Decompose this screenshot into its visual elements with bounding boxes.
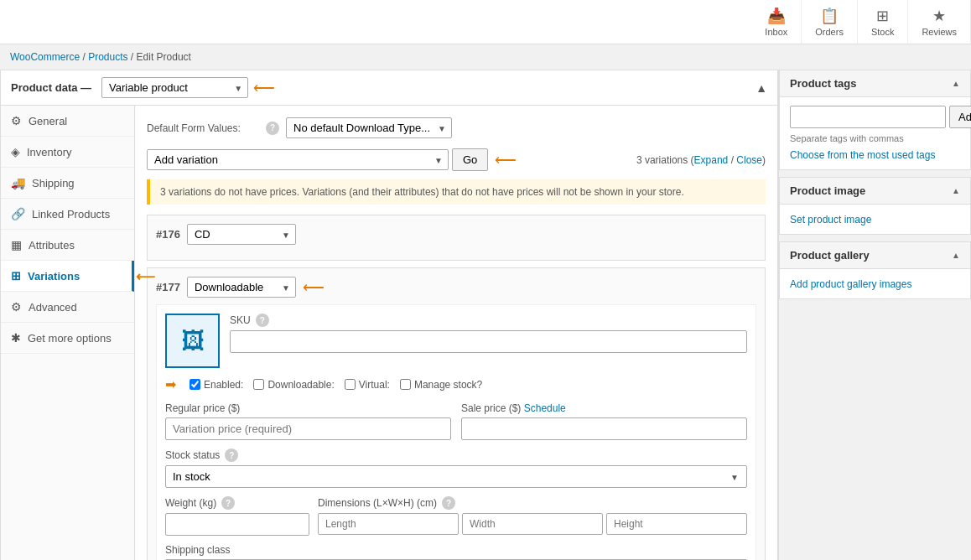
reviews-icon: ★ <box>932 7 946 25</box>
variation-176-type-wrapper: CD DVD Vinyl <box>187 224 296 245</box>
enabled-checkbox[interactable] <box>190 379 200 390</box>
enabled-checkbox-item[interactable]: Enabled: <box>190 379 243 391</box>
tag-input[interactable] <box>790 106 946 128</box>
sidebar-tab-inventory[interactable]: ◈ Inventory <box>1 137 134 168</box>
product-tags-section: Product tags ▲ Add Separate tags with co… <box>779 70 971 170</box>
sku-input[interactable] <box>230 330 747 353</box>
variation-177-image-row: 🖼 SKU ? <box>165 314 747 368</box>
default-form-help[interactable]: ? <box>266 122 279 135</box>
sale-price-input[interactable] <box>461 417 747 440</box>
regular-price-label: Regular price ($) <box>165 402 451 414</box>
tag-add-button[interactable]: Add <box>949 106 971 128</box>
go-button[interactable]: Go <box>452 148 488 171</box>
variation-177-content: 🖼 SKU ? ➡ <box>156 304 756 560</box>
length-input[interactable] <box>318 513 459 535</box>
default-form-select[interactable]: No default Download Type... <box>286 117 452 138</box>
sidebar-tab-variations[interactable]: ⊞ Variations ⟵ <box>1 261 134 292</box>
variation-177-image[interactable]: 🖼 <box>165 314 220 368</box>
sidebar-tab-general-label: General <box>29 115 67 127</box>
checkboxes-row: ➡ Enabled: Downloadable: V <box>165 376 747 392</box>
choose-tags-link[interactable]: Choose from the most used tags <box>790 149 935 161</box>
sidebar-tab-shipping[interactable]: 🚚 Shipping <box>1 168 134 199</box>
advanced-icon: ⚙ <box>11 300 22 314</box>
sidebar-tab-attributes[interactable]: ▦ Attributes <box>1 230 134 261</box>
go-button-arrow: ⟵ <box>495 151 517 169</box>
sku-help[interactable]: ? <box>256 314 269 327</box>
schedule-link[interactable]: Schedule <box>524 402 566 414</box>
sidebar-tab-inventory-label: Inventory <box>27 146 71 158</box>
variation-176-type-select[interactable]: CD DVD Vinyl <box>187 224 296 245</box>
sidebar-tab-linked-label: Linked Products <box>32 208 110 220</box>
dimensions-label: Dimensions (L×W×H) (cm) ? <box>318 496 747 510</box>
virtual-checkbox[interactable] <box>345 379 356 390</box>
product-type-select[interactable]: Variable product Simple product Grouped … <box>101 77 248 98</box>
manage-stock-checkbox-item[interactable]: Manage stock? <box>400 379 482 391</box>
close-link[interactable]: Close <box>736 154 762 166</box>
shipping-class-row: Shipping class No shipping class <box>165 544 747 560</box>
right-sidebar: Product tags ▲ Add Separate tags with co… <box>778 70 971 560</box>
sidebar-tab-get-more[interactable]: ✱ Get more options <box>1 323 134 354</box>
weight-help[interactable]: ? <box>221 496 235 510</box>
general-icon: ⚙ <box>11 114 22 127</box>
product-gallery-header[interactable]: Product gallery ▲ <box>780 242 970 269</box>
breadcrumb-woocommerce[interactable]: WooCommerce <box>10 51 80 63</box>
height-input[interactable] <box>606 513 747 535</box>
sidebar-tab-get-more-label: Get more options <box>28 332 112 345</box>
variation-177-num: #177 <box>156 281 180 293</box>
nav-stock-label: Stock <box>871 27 895 37</box>
sku-label: SKU ? <box>230 314 747 327</box>
product-gallery-collapse-icon: ▲ <box>952 251 960 260</box>
variations-notice: 3 variations do not have prices. Variati… <box>147 179 766 205</box>
product-image-section: Product image ▲ Set product image <box>779 177 971 235</box>
sidebar-tab-shipping-label: Shipping <box>32 177 75 189</box>
nav-stock[interactable]: ⊞ Stock <box>858 0 909 44</box>
weight-input[interactable] <box>165 513 309 536</box>
weight-col: Weight (kg) ? <box>165 496 309 536</box>
add-variation-select[interactable]: Add variation <box>147 149 449 170</box>
breadcrumb-current: Edit Product <box>137 51 191 63</box>
top-navigation: 📥 Inbox 📋 Orders ⊞ Stock ★ Reviews <box>0 0 971 44</box>
stock-status-select-wrapper: In stock Out of stock On backorder <box>165 465 747 488</box>
add-variation-select-wrapper: Add variation <box>147 149 449 170</box>
product-image-title: Product image <box>790 184 865 197</box>
attributes-icon: ▦ <box>11 238 22 251</box>
sidebar-tab-variations-label: Variations <box>28 270 80 283</box>
set-product-image-link[interactable]: Set product image <box>790 214 871 226</box>
nav-orders[interactable]: 📋 Orders <box>802 0 858 44</box>
shipping-class-label: Shipping class <box>165 544 747 556</box>
image-placeholder-icon: 🖼 <box>181 327 205 355</box>
sku-area: SKU ? <box>230 314 747 368</box>
sidebar-tabs: ⚙ General ◈ Inventory 🚚 Shipping 🔗 Linke… <box>1 106 135 560</box>
nav-reviews-label: Reviews <box>922 27 957 37</box>
variation-177: #177 Downloadable Physical Virtual ⟵ <box>147 267 766 560</box>
variation-177-type-select[interactable]: Downloadable Physical Virtual <box>187 277 296 298</box>
sidebar-tab-advanced-label: Advanced <box>29 301 77 314</box>
regular-price-input[interactable] <box>165 417 451 440</box>
scroll-up-button[interactable]: ▲ <box>756 81 767 95</box>
expand-link[interactable]: Expand <box>694 154 729 166</box>
product-image-header[interactable]: Product image ▲ <box>780 178 970 205</box>
default-form-label: Default Form Values: <box>147 122 256 134</box>
dimensions-help[interactable]: ? <box>442 496 455 510</box>
add-gallery-link[interactable]: Add product gallery images <box>790 278 911 290</box>
virtual-checkbox-item[interactable]: Virtual: <box>345 379 390 391</box>
product-image-collapse-icon: ▲ <box>952 186 960 195</box>
sidebar-tab-general[interactable]: ⚙ General <box>1 106 134 137</box>
width-input[interactable] <box>462 513 603 535</box>
regular-price-col: Regular price ($) <box>165 402 451 440</box>
dim-inputs <box>318 513 747 535</box>
downloadable-checkbox-item[interactable]: Downloadable: <box>253 379 334 391</box>
sidebar-tab-linked-products[interactable]: 🔗 Linked Products <box>1 199 134 230</box>
sidebar-tab-advanced[interactable]: ⚙ Advanced <box>1 292 134 323</box>
manage-stock-checkbox[interactable] <box>400 379 411 390</box>
breadcrumb-products[interactable]: Products <box>88 51 127 63</box>
dimensions-row: Weight (kg) ? Dimensions (L×W×H) (cm) ? <box>165 496 747 536</box>
stock-status-select[interactable]: In stock Out of stock On backorder <box>165 465 747 488</box>
stock-help[interactable]: ? <box>225 449 238 462</box>
downloadable-checkbox[interactable] <box>253 379 264 390</box>
sale-price-label: Sale price ($) Schedule <box>461 402 747 414</box>
product-tags-header[interactable]: Product tags ▲ <box>780 70 970 97</box>
nav-reviews[interactable]: ★ Reviews <box>908 0 971 44</box>
product-data-bar: Product data — Variable product Simple p… <box>0 70 778 106</box>
nav-inbox[interactable]: 📥 Inbox <box>751 0 802 44</box>
